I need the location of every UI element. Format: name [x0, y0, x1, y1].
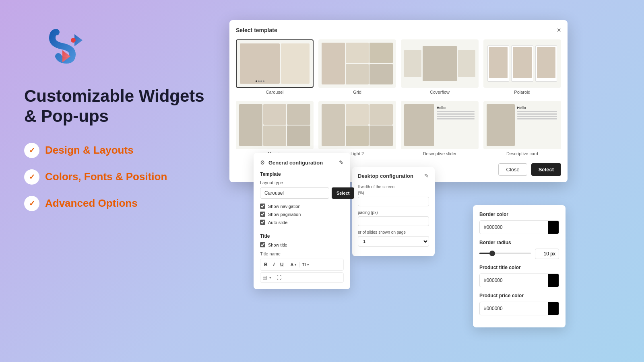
dot-1: [256, 80, 257, 82]
radius-value-input[interactable]: [535, 249, 559, 259]
border-color-row: [479, 220, 559, 234]
polaroid-preview: [484, 40, 560, 87]
slides-field: er of slides shown on page 1 2 3 4: [358, 230, 429, 247]
desc-card-preview: Hello: [484, 102, 560, 148]
toolbar-sep-2: [299, 262, 299, 267]
carousel-main-photo: [240, 43, 280, 84]
light2-preview: [319, 102, 395, 148]
show-pagination-label: Show pagination: [268, 212, 301, 217]
title-section-label: Title: [260, 233, 344, 239]
feature-item-1: Design & Layouts: [24, 143, 167, 158]
modal-close-btn[interactable]: Close: [498, 163, 527, 176]
dc-line-4: [517, 118, 557, 119]
template-thumb-desc-slider: Hello: [401, 101, 479, 149]
product-title-color-input[interactable]: [480, 275, 548, 286]
product-price-color-section: Product price color: [479, 293, 559, 315]
ds-title: Hello: [437, 106, 475, 110]
feature-text-1: Design & Layouts: [45, 144, 134, 156]
desktop-config-panel: Desktop configuration ✎ ll width of the …: [352, 167, 435, 256]
bold-button[interactable]: B: [262, 261, 269, 268]
template-label-coverflow: Coverflow: [401, 90, 479, 96]
product-title-color-label: Product title color: [479, 265, 559, 270]
carousel-side-photo: [281, 43, 310, 84]
border-color-label: Border color: [479, 212, 559, 217]
carousel-preview: [237, 40, 313, 87]
underline-button[interactable]: U: [279, 261, 285, 268]
r-photo-4: [369, 104, 393, 125]
template-carousel[interactable]: Carousel: [236, 39, 314, 96]
feature-item-3: Advanced Options: [24, 196, 167, 211]
title-section: Title Show title: [260, 233, 344, 247]
layout-type-label: Layout type: [260, 180, 344, 185]
feature-text-2: Colors, Fonts & Position: [45, 171, 167, 183]
text-style-label: TI: [302, 262, 306, 267]
mosaic-4: [263, 125, 287, 146]
left-panel: Customizable Widgets & Pop-ups Design & …: [0, 0, 225, 362]
template-coverflow[interactable]: Coverflow: [401, 39, 479, 96]
font-color-label: A: [291, 262, 293, 267]
show-pagination-checkbox[interactable]: [260, 212, 265, 217]
dot-2: [258, 80, 260, 82]
template-thumb-polaroid: [483, 39, 561, 88]
show-title-row: Show title: [260, 242, 344, 247]
product-title-color-row: [479, 274, 559, 287]
spacing-field: pacing (px): [358, 210, 429, 226]
spacing-input[interactable]: [358, 216, 429, 226]
template-light2[interactable]: Light 2: [318, 101, 396, 158]
grid-photo-1: [322, 43, 345, 84]
polaroid-inner-3: [537, 47, 555, 78]
brand-logo: [44, 24, 93, 72]
layout-select-button[interactable]: Select: [332, 187, 354, 199]
radius-slider-thumb[interactable]: [489, 251, 495, 256]
template-grid-item[interactable]: Grid: [318, 39, 396, 96]
width-field-label: ll width of the screen: [358, 185, 429, 189]
width-input[interactable]: [358, 197, 429, 206]
align-icon[interactable]: ▤: [262, 275, 267, 280]
template-mosaic[interactable]: Mosaic: [236, 101, 314, 158]
modal-close-button[interactable]: ×: [557, 27, 561, 34]
product-price-color-swatch[interactable]: [548, 302, 559, 315]
feature-text-3: Advanced Options: [45, 197, 138, 210]
product-price-color-label: Product price color: [479, 293, 559, 298]
show-navigation-label: Show navigation: [268, 204, 301, 209]
feature-item-2: Colors, Fonts & Position: [24, 169, 167, 185]
auto-slide-checkbox[interactable]: [260, 220, 265, 225]
italic-button[interactable]: I: [272, 261, 276, 268]
show-navigation-checkbox[interactable]: [260, 204, 265, 209]
r-col-2: [346, 104, 369, 146]
radius-slider-container[interactable]: [479, 253, 531, 255]
cf-side-left: [404, 50, 421, 77]
modal-select-btn[interactable]: Select: [531, 163, 561, 176]
r-photo-2: [346, 104, 369, 125]
border-color-input[interactable]: [480, 222, 548, 232]
product-title-color-section: Product title color: [479, 265, 559, 287]
dot-4: [263, 80, 264, 82]
r-photo-1: [322, 104, 345, 146]
product-price-color-input[interactable]: [480, 303, 548, 314]
text-style-dropdown[interactable]: TI ▾: [302, 262, 309, 267]
font-color-dropdown[interactable]: A ▾: [291, 262, 297, 267]
expand-icon[interactable]: ⛶: [277, 275, 281, 280]
template-descriptive-slider[interactable]: Hello Descriptive slider: [401, 101, 479, 158]
width-unit-label: (%): [358, 191, 429, 195]
show-title-label: Show title: [268, 243, 287, 247]
dc-photo: [487, 104, 515, 146]
slides-field-label: er of slides shown on page: [358, 230, 429, 234]
polaroid-inner-1: [489, 47, 508, 78]
product-title-color-swatch[interactable]: [548, 274, 559, 287]
align-caret[interactable]: ▾: [269, 276, 271, 280]
ds-line-1: [437, 111, 475, 112]
show-title-checkbox[interactable]: [260, 242, 265, 247]
show-pagination-row: Show pagination: [260, 212, 344, 217]
desktop-edit-icon[interactable]: ✎: [424, 173, 429, 179]
template-descriptive-card[interactable]: Hello Descriptive card: [483, 101, 561, 158]
width-field: ll width of the screen (%): [358, 185, 429, 206]
edit-icon[interactable]: ✎: [339, 159, 344, 166]
layout-type-input[interactable]: [260, 187, 329, 199]
polaroid-1: [487, 45, 509, 82]
auto-slide-label: Auto slide: [268, 220, 287, 225]
show-navigation-row: Show navigation: [260, 204, 344, 209]
template-polaroid[interactable]: Polaroid: [483, 39, 561, 96]
slides-select[interactable]: 1 2 3 4: [358, 236, 429, 247]
border-color-swatch[interactable]: [548, 221, 559, 234]
